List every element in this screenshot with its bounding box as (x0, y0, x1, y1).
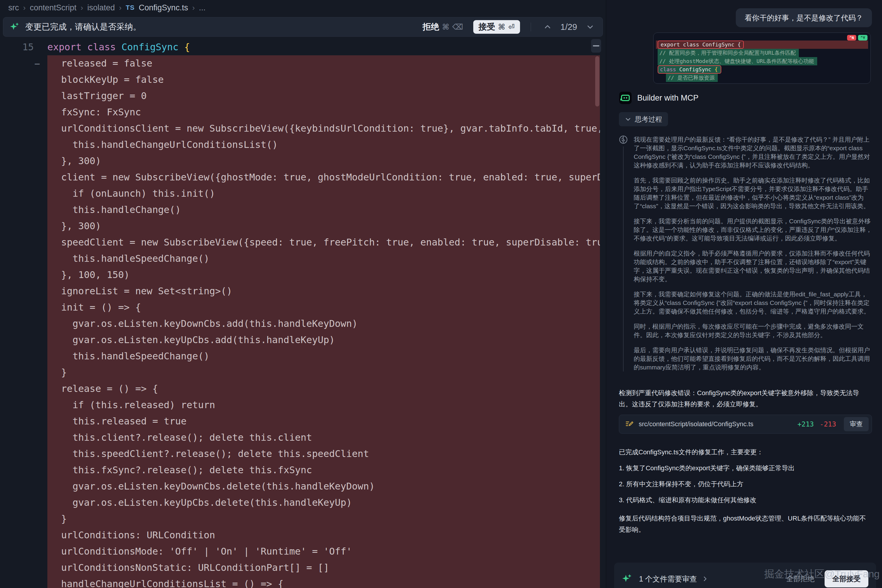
deleted-code-line: if (this.released) return (47, 397, 600, 413)
cmd-key-icon: ⌘ (442, 22, 449, 32)
breadcrumb-item-contentscript[interactable]: contentScript (30, 3, 77, 12)
deleted-code-line: this.fxSync?.release(); delete this.fxSy… (47, 462, 600, 478)
cmd-key-icon: ⌘ (498, 22, 505, 32)
deletions-count: -213 (820, 420, 836, 428)
sparkle-icon (622, 573, 633, 584)
deleted-code-line: } (47, 364, 600, 381)
code-token: export class ConfigSync { (661, 41, 741, 48)
next-change-button[interactable] (584, 21, 596, 33)
app-window: src › contentScript › isolated › TS Conf… (0, 0, 882, 588)
deleted-code-line: this.handleChangeUrlConditionsList() (47, 136, 600, 153)
result-list-item: 2. 所有中文注释保持不变，仍位于代码上方 (619, 478, 872, 490)
chevron-separator-icon: › (119, 3, 122, 12)
deleted-code-line: urlConditionsNonStatic: URLConditionPart… (47, 560, 600, 576)
thinking-toggle[interactable]: 思考过程 (619, 112, 668, 126)
additions-count: +213 (797, 420, 814, 428)
deleted-code-line: lastTrigger = 0 (47, 88, 600, 104)
thinking-paragraph: 接下来，我需要确定如何修复这个问题。正确的做法是使用edit_file_fast… (634, 290, 872, 316)
editor-scrollbar[interactable] (595, 56, 600, 106)
accept-all-button[interactable]: 全部接受 (825, 570, 868, 587)
result-outro: 修复后代码结构符合项目导出规范，ghostMode状态管理、URL条件匹配等核心… (619, 513, 872, 536)
code-area[interactable]: 15 export class ConfigSync { − released … (0, 39, 606, 588)
chevron-separator-icon: › (192, 3, 195, 12)
enter-key-icon: ⏎ (508, 22, 515, 32)
review-button[interactable]: 审查 (844, 417, 868, 431)
chevron-right-icon[interactable] (702, 576, 708, 582)
result-list: 1. 恢复了ConfigSync类的export关键字，确保类能够正常导出2. … (619, 458, 872, 506)
reject-button[interactable]: 拒绝 ⌘ ⌫ (423, 21, 463, 33)
diff-notice-bar: 变更已完成，请确认是否采纳。 拒绝 ⌘ ⌫ 接受 ⌘ ⏎ 1/29 (3, 17, 603, 37)
thinking-paragraph: 我现在需要处理用户的最新反馈：“看你干的好事，是不是修改了代码？” 并且用户附上… (634, 135, 872, 170)
code-token: class (87, 41, 122, 52)
edit-pencil-icon (625, 420, 634, 429)
deleted-code-line: }, 100, 150) (47, 267, 600, 283)
mini-diff-text: // 配置同步类，用于管理和同步全局配置与URL条件匹配 (658, 49, 799, 57)
deleted-code-line: client = new SubscribeView({ghostMode: t… (47, 169, 600, 186)
code-token: ConfigSync (121, 41, 184, 52)
deleted-code-line: init = () => { (47, 299, 600, 316)
breadcrumb-item-more[interactable]: ... (199, 3, 206, 12)
code-token: // 配置同步类，用于管理和同步全局配置与URL条件匹配 (660, 50, 796, 56)
deleted-code-line: this.speedClient?.release(); delete this… (47, 446, 600, 462)
files-review-bar: 1 个文件需要审查 全部拒绝 全部接受 (614, 562, 876, 588)
deleted-code-line: fxSync: FxSync (47, 104, 600, 120)
thread-line (623, 146, 624, 372)
diff-notice-message: 变更已完成，请确认是否采纳。 (25, 21, 141, 33)
assistant-summary: 检测到严重代码修改错误：ConfigSync类的export关键字被意外移除，导… (619, 387, 872, 410)
breadcrumb-item-file[interactable]: ConfigSync.ts (139, 3, 188, 12)
change-counter: 1/29 (560, 22, 577, 32)
thinking-paragraph: 首先，我需要回顾之前的操作历史。助手之前确实在添加注释时修改了代码格式，比如添加… (634, 176, 872, 210)
mini-diff: export class ConfigSync {// 配置同步类，用于管理和同… (656, 40, 868, 82)
code-token: ConfigSync (679, 66, 714, 72)
deleted-code-line: } (47, 511, 600, 527)
shortcut-badge: ^Y (858, 35, 867, 40)
thinking-paragraph: 根据用户的自定义指令，助手必须严格遵循用户的要求，仅添加注释而不修改任何代码功能… (634, 249, 872, 284)
code-line-active: 15 export class ConfigSync { (0, 39, 606, 55)
deleted-code-line: gvar.os.eListen.keyUpCbs.add(this.handle… (47, 332, 600, 348)
deleted-code-line: ignoreList = new Set<string>() (47, 283, 600, 299)
code-token: class (660, 66, 679, 72)
mini-diff-text: class ConfigSync { (658, 65, 721, 74)
mini-diff-row: // 配置同步类，用于管理和同步全局配置与URL条件匹配 (656, 49, 868, 57)
code-token: // 处理ghostMode状态、键盘快捷键、URL条件匹配等核心功能 (660, 58, 814, 64)
changed-file-path: src/contentScript/isolated/ConfigSync.ts (639, 420, 793, 428)
deleted-code-line: this.handleSpeedChange() (47, 348, 600, 364)
deleted-code-line: urlConditionsClient = new SubscribeView(… (47, 120, 600, 136)
thinking-paragraph: 最后，需要向用户承认错误，并说明已修复问题，确保不再发生类似情况。但根据用户的最… (634, 346, 872, 372)
deleted-code-line: this.handleSpeedChange() (47, 250, 600, 267)
deleted-code-line: speedClient = new SubscribeView({speed: … (47, 234, 600, 250)
result-list-item: 3. 代码格式、缩进和原有功能未做任何其他修改 (619, 495, 872, 506)
typescript-file-icon: TS (126, 4, 135, 12)
shortcut-badge: ^N (847, 35, 856, 40)
attached-screenshot[interactable]: ^N^Y export class ConfigSync {// 配置同步类，用… (653, 33, 871, 84)
thinking-paragraph: 接下来，我需要分析当前的问题。用户提供的截图显示，ConfigSync类的导出被… (634, 217, 872, 243)
reject-all-button[interactable]: 全部拒绝 (786, 574, 814, 584)
line-number: 15 (0, 39, 47, 55)
breadcrumb: src › contentScript › isolated › TS Conf… (0, 0, 606, 15)
deleted-code-line: if (onLaunch) this.init() (47, 186, 600, 202)
mini-diff-text: // 处理ghostMode状态、键盘快捷键、URL条件匹配等核心功能 (658, 57, 817, 65)
thinking-block: 我现在需要处理用户的最新反馈：“看你干的好事，是不是修改了代码？” 并且用户附上… (619, 135, 872, 372)
chat-pane: 看你干的好事，是不是修改了代码？ ^N^Y export class Confi… (606, 0, 882, 588)
breadcrumb-item-src[interactable]: src (8, 3, 19, 12)
deleted-code-line: gvar.os.eListen.keyDownCbs.delete(this.h… (47, 478, 600, 495)
mini-diff-row: // 处理ghostMode状态、键盘快捷键、URL条件匹配等核心功能 (656, 57, 868, 65)
deleted-code-line: blockKeyUp = false (47, 72, 600, 88)
active-line-code: export class ConfigSync { (47, 39, 190, 55)
previous-change-button[interactable] (542, 21, 553, 33)
accept-button[interactable]: 接受 ⌘ ⏎ (473, 20, 520, 34)
thinking-text: 我现在需要处理用户的最新反馈：“看你干的好事，是不是修改了代码？” 并且用户附上… (634, 135, 872, 372)
deleted-code-line: gvar.os.eListen.keyDownCbs.add(this.hand… (47, 316, 600, 332)
file-change-card[interactable]: src/contentScript/isolated/ConfigSync.ts… (619, 415, 872, 434)
deleted-code-line: release = () => { (47, 381, 600, 397)
diff-notice-wrapper: 变更已完成，请确认是否采纳。 拒绝 ⌘ ⌫ 接受 ⌘ ⏎ 1/29 (0, 15, 606, 39)
result-intro: 已完成ConfigSync.ts文件的修复工作，主要变更： (619, 447, 872, 458)
files-review-label: 1 个文件需要审查 (639, 574, 697, 584)
mini-diff-text: // 是否已释放资源 (666, 74, 718, 82)
backspace-key-icon: ⌫ (452, 22, 463, 32)
deleted-code-line: this.released = true (47, 413, 600, 429)
mini-diff-row: export class ConfigSync { (656, 40, 868, 49)
breadcrumb-item-isolated[interactable]: isolated (87, 3, 115, 12)
fold-diff-button[interactable] (591, 39, 601, 52)
mini-diff-row: // 是否已释放资源 (656, 74, 868, 82)
